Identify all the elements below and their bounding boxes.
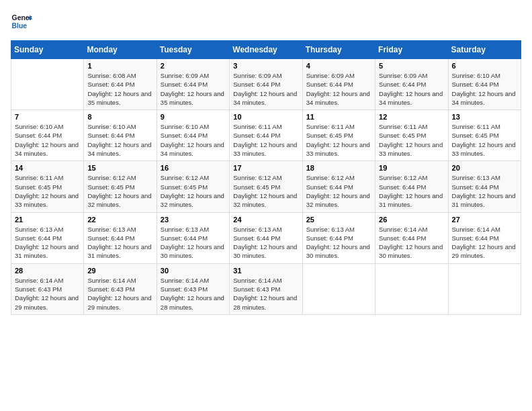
calendar-cell: 12Sunrise: 6:11 AMSunset: 6:45 PMDayligh… bbox=[375, 110, 448, 161]
calendar-cell: 5Sunrise: 6:09 AMSunset: 6:44 PMDaylight… bbox=[375, 59, 448, 110]
logo: General Blue bbox=[11, 11, 32, 32]
day-info: Sunrise: 6:09 AMSunset: 6:44 PMDaylight:… bbox=[379, 71, 444, 107]
calendar-cell bbox=[11, 59, 84, 110]
calendar-cell: 26Sunrise: 6:14 AMSunset: 6:44 PMDayligh… bbox=[375, 212, 448, 263]
day-info: Sunrise: 6:10 AMSunset: 6:44 PMDaylight:… bbox=[452, 71, 517, 107]
calendar-cell: 7Sunrise: 6:10 AMSunset: 6:44 PMDaylight… bbox=[11, 110, 84, 161]
day-number: 28 bbox=[15, 267, 80, 275]
day-number: 17 bbox=[233, 164, 298, 172]
day-number: 19 bbox=[379, 164, 444, 172]
day-info: Sunrise: 6:12 AMSunset: 6:44 PMDaylight:… bbox=[379, 173, 444, 209]
calendar-cell: 30Sunrise: 6:14 AMSunset: 6:43 PMDayligh… bbox=[157, 263, 229, 314]
calendar-cell: 4Sunrise: 6:09 AMSunset: 6:44 PMDaylight… bbox=[302, 59, 375, 110]
column-header-wednesday: Wednesday bbox=[230, 41, 302, 59]
calendar-cell: 25Sunrise: 6:13 AMSunset: 6:44 PMDayligh… bbox=[302, 212, 375, 263]
day-info: Sunrise: 6:14 AMSunset: 6:43 PMDaylight:… bbox=[161, 276, 226, 312]
day-info: Sunrise: 6:08 AMSunset: 6:44 PMDaylight:… bbox=[87, 71, 152, 107]
calendar-cell: 23Sunrise: 6:13 AMSunset: 6:44 PMDayligh… bbox=[157, 212, 229, 263]
calendar-cell: 3Sunrise: 6:09 AMSunset: 6:44 PMDaylight… bbox=[230, 59, 302, 110]
calendar-cell: 2Sunrise: 6:09 AMSunset: 6:44 PMDaylight… bbox=[157, 59, 229, 110]
calendar-table: SundayMondayTuesdayWednesdayThursdayFrid… bbox=[11, 40, 521, 315]
day-number: 16 bbox=[161, 164, 226, 172]
day-info: Sunrise: 6:12 AMSunset: 6:45 PMDaylight:… bbox=[233, 173, 298, 209]
column-header-tuesday: Tuesday bbox=[157, 41, 229, 59]
calendar-cell: 13Sunrise: 6:11 AMSunset: 6:45 PMDayligh… bbox=[448, 110, 521, 161]
day-number: 25 bbox=[306, 216, 371, 224]
calendar-cell: 28Sunrise: 6:14 AMSunset: 6:43 PMDayligh… bbox=[11, 263, 84, 314]
day-number: 9 bbox=[161, 113, 226, 121]
day-number: 3 bbox=[233, 62, 298, 70]
calendar-header-row: SundayMondayTuesdayWednesdayThursdayFrid… bbox=[11, 41, 521, 59]
logo-icon: General Blue bbox=[11, 11, 32, 32]
day-number: 30 bbox=[161, 267, 226, 275]
calendar-cell: 14Sunrise: 6:11 AMSunset: 6:45 PMDayligh… bbox=[11, 161, 84, 212]
calendar-week-row: 21Sunrise: 6:13 AMSunset: 6:44 PMDayligh… bbox=[11, 212, 521, 263]
day-info: Sunrise: 6:09 AMSunset: 6:44 PMDaylight:… bbox=[306, 71, 371, 107]
day-number: 23 bbox=[161, 216, 226, 224]
day-number: 11 bbox=[306, 113, 371, 121]
day-number: 4 bbox=[306, 62, 371, 70]
day-number: 8 bbox=[87, 113, 152, 121]
day-number: 29 bbox=[87, 267, 152, 275]
day-number: 21 bbox=[15, 216, 80, 224]
calendar-cell: 17Sunrise: 6:12 AMSunset: 6:45 PMDayligh… bbox=[230, 161, 302, 212]
calendar-cell: 1Sunrise: 6:08 AMSunset: 6:44 PMDaylight… bbox=[84, 59, 157, 110]
calendar-cell: 20Sunrise: 6:13 AMSunset: 6:44 PMDayligh… bbox=[448, 161, 521, 212]
calendar-cell: 16Sunrise: 6:12 AMSunset: 6:45 PMDayligh… bbox=[157, 161, 229, 212]
day-info: Sunrise: 6:11 AMSunset: 6:45 PMDaylight:… bbox=[15, 173, 80, 209]
calendar-week-row: 1Sunrise: 6:08 AMSunset: 6:44 PMDaylight… bbox=[11, 59, 521, 110]
calendar-cell: 15Sunrise: 6:12 AMSunset: 6:45 PMDayligh… bbox=[84, 161, 157, 212]
day-number: 24 bbox=[233, 216, 298, 224]
day-number: 7 bbox=[15, 113, 80, 121]
day-number: 13 bbox=[452, 113, 517, 121]
calendar-cell: 19Sunrise: 6:12 AMSunset: 6:44 PMDayligh… bbox=[375, 161, 448, 212]
day-info: Sunrise: 6:14 AMSunset: 6:43 PMDaylight:… bbox=[233, 276, 298, 312]
calendar-cell: 27Sunrise: 6:14 AMSunset: 6:44 PMDayligh… bbox=[448, 212, 521, 263]
calendar-cell: 24Sunrise: 6:13 AMSunset: 6:44 PMDayligh… bbox=[230, 212, 302, 263]
calendar-cell: 11Sunrise: 6:11 AMSunset: 6:45 PMDayligh… bbox=[302, 110, 375, 161]
day-info: Sunrise: 6:14 AMSunset: 6:43 PMDaylight:… bbox=[87, 276, 152, 312]
calendar-week-row: 28Sunrise: 6:14 AMSunset: 6:43 PMDayligh… bbox=[11, 263, 521, 314]
calendar-cell: 31Sunrise: 6:14 AMSunset: 6:43 PMDayligh… bbox=[230, 263, 302, 314]
column-header-saturday: Saturday bbox=[448, 41, 521, 59]
calendar-cell bbox=[448, 263, 521, 314]
calendar-cell: 18Sunrise: 6:12 AMSunset: 6:44 PMDayligh… bbox=[302, 161, 375, 212]
day-info: Sunrise: 6:14 AMSunset: 6:43 PMDaylight:… bbox=[15, 276, 80, 312]
day-number: 6 bbox=[452, 62, 517, 70]
column-header-monday: Monday bbox=[84, 41, 157, 59]
day-number: 15 bbox=[87, 164, 152, 172]
calendar-cell: 10Sunrise: 6:11 AMSunset: 6:44 PMDayligh… bbox=[230, 110, 302, 161]
day-info: Sunrise: 6:13 AMSunset: 6:44 PMDaylight:… bbox=[161, 225, 226, 261]
calendar-cell: 21Sunrise: 6:13 AMSunset: 6:44 PMDayligh… bbox=[11, 212, 84, 263]
day-info: Sunrise: 6:13 AMSunset: 6:44 PMDaylight:… bbox=[15, 225, 80, 261]
day-info: Sunrise: 6:13 AMSunset: 6:44 PMDaylight:… bbox=[452, 173, 517, 209]
day-info: Sunrise: 6:12 AMSunset: 6:45 PMDaylight:… bbox=[161, 173, 226, 209]
page-header: General Blue bbox=[11, 11, 521, 32]
column-header-sunday: Sunday bbox=[11, 41, 84, 59]
day-info: Sunrise: 6:14 AMSunset: 6:44 PMDaylight:… bbox=[452, 225, 517, 261]
day-number: 31 bbox=[233, 267, 298, 275]
calendar-cell bbox=[375, 263, 448, 314]
calendar-week-row: 14Sunrise: 6:11 AMSunset: 6:45 PMDayligh… bbox=[11, 161, 521, 212]
calendar-cell: 22Sunrise: 6:13 AMSunset: 6:44 PMDayligh… bbox=[84, 212, 157, 263]
day-number: 2 bbox=[161, 62, 226, 70]
calendar-cell: 29Sunrise: 6:14 AMSunset: 6:43 PMDayligh… bbox=[84, 263, 157, 314]
day-info: Sunrise: 6:13 AMSunset: 6:44 PMDaylight:… bbox=[306, 225, 371, 261]
day-number: 20 bbox=[452, 164, 517, 172]
day-number: 10 bbox=[233, 113, 298, 121]
calendar-cell: 9Sunrise: 6:10 AMSunset: 6:44 PMDaylight… bbox=[157, 110, 229, 161]
day-number: 5 bbox=[379, 62, 444, 70]
day-info: Sunrise: 6:11 AMSunset: 6:45 PMDaylight:… bbox=[452, 122, 517, 158]
day-number: 26 bbox=[379, 216, 444, 224]
day-info: Sunrise: 6:13 AMSunset: 6:44 PMDaylight:… bbox=[233, 225, 298, 261]
column-header-thursday: Thursday bbox=[302, 41, 375, 59]
day-number: 12 bbox=[379, 113, 444, 121]
calendar-cell bbox=[302, 263, 375, 314]
day-number: 27 bbox=[452, 216, 517, 224]
day-info: Sunrise: 6:13 AMSunset: 6:44 PMDaylight:… bbox=[87, 225, 152, 261]
day-number: 18 bbox=[306, 164, 371, 172]
calendar-cell: 8Sunrise: 6:10 AMSunset: 6:44 PMDaylight… bbox=[84, 110, 157, 161]
day-info: Sunrise: 6:11 AMSunset: 6:45 PMDaylight:… bbox=[379, 122, 444, 158]
day-info: Sunrise: 6:10 AMSunset: 6:44 PMDaylight:… bbox=[161, 122, 226, 158]
day-info: Sunrise: 6:12 AMSunset: 6:45 PMDaylight:… bbox=[87, 173, 152, 209]
